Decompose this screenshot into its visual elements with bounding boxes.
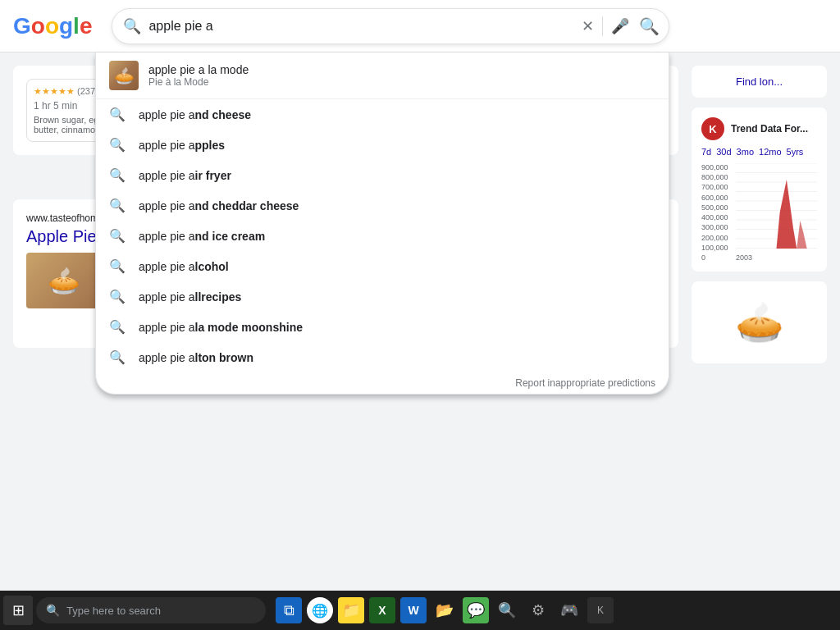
autocomplete-first-title: apple pie a la mode bbox=[148, 63, 249, 76]
y-label-8: 100,000 bbox=[701, 244, 736, 252]
y-label-9: 0 bbox=[701, 253, 736, 262]
trend-tab-12mo[interactable]: 12mo bbox=[759, 147, 782, 157]
taskbar-app-search[interactable]: 🔍 bbox=[494, 597, 520, 623]
trend-tab-30d[interactable]: 30d bbox=[716, 147, 731, 157]
find-long-box[interactable]: Find lon... bbox=[692, 66, 827, 98]
y-label-7: 200,000 bbox=[701, 234, 736, 242]
autocomplete-thumbnail bbox=[109, 61, 139, 90]
search-container: 🔍 ✕ 🎤 🔍 bbox=[112, 8, 669, 44]
autocomplete-text-2: apple pie air fryer bbox=[139, 169, 231, 182]
autocomplete-item-5[interactable]: 🔍 apple pie alcohol bbox=[96, 251, 669, 281]
search-icon: 🔍 bbox=[109, 349, 126, 365]
voice-button[interactable]: 🎤 bbox=[609, 16, 631, 37]
autocomplete-item-6[interactable]: 🔍 apple pie allrecipes bbox=[96, 281, 669, 312]
autocomplete-item-8[interactable]: 🔍 apple pie alton brown bbox=[96, 342, 669, 372]
taskbar-app-folder[interactable]: 📂 bbox=[431, 597, 458, 623]
taskbar-app-chrome[interactable]: 🌐 bbox=[307, 597, 333, 623]
taskbar-app-excel[interactable]: X bbox=[369, 597, 395, 623]
search-icon: 🔍 bbox=[109, 289, 126, 304]
y-label-5: 400,000 bbox=[701, 213, 736, 221]
y-label-2: 700,000 bbox=[701, 183, 736, 191]
y-label-3: 600,000 bbox=[701, 194, 736, 202]
chart-y-labels: 900,000 800,000 700,000 600,000 500,000 … bbox=[701, 163, 736, 262]
autocomplete-text-1: apple pie apples bbox=[139, 139, 225, 152]
y-label-6: 300,000 bbox=[701, 223, 736, 231]
autocomplete-item-1[interactable]: 🔍 apple pie apples bbox=[96, 130, 669, 160]
search-actions: ✕ 🎤 🔍 bbox=[580, 15, 661, 38]
y-label-0: 900,000 bbox=[701, 163, 736, 171]
logo-o1: o bbox=[31, 13, 45, 39]
logo-e: e bbox=[80, 13, 93, 39]
taskbar-app-word[interactable]: W bbox=[400, 597, 427, 623]
autocomplete-text-6: apple pie allrecipes bbox=[139, 290, 241, 304]
autocomplete-text-0: apple pie and cheese bbox=[139, 108, 251, 121]
trend-box: K Trend Data For... 7d 30d 3mo 12mo 5yrs… bbox=[692, 107, 827, 272]
search-icon: 🔍 bbox=[109, 167, 126, 183]
search-icon: 🔍 bbox=[109, 107, 126, 122]
y-label-1: 800,000 bbox=[701, 173, 736, 181]
taskbar-app-settings[interactable]: ⚙ bbox=[525, 597, 551, 623]
trend-tab-7d[interactable]: 7d bbox=[701, 147, 711, 157]
autocomplete-text-7: apple pie ala mode moonshine bbox=[139, 321, 303, 334]
logo-g: G bbox=[13, 13, 31, 39]
taskbar: ⊞ 🔍 Type here to search ⧉ 🌐 📁 X W 📂 💬 🔍 … bbox=[0, 591, 840, 630]
search-icon: 🔍 bbox=[109, 137, 126, 153]
autocomplete-item-4[interactable]: 🔍 apple pie and ice cream bbox=[96, 221, 669, 251]
autocomplete-item-7[interactable]: 🔍 apple pie ala mode moonshine bbox=[96, 312, 669, 342]
top-bar: Google 🔍 ✕ 🎤 🔍 bbox=[0, 0, 840, 52]
autocomplete-dropdown: apple pie a la mode Pie à la Mode 🔍 appl… bbox=[95, 52, 669, 395]
trend-chart: 900,000 800,000 700,000 600,000 500,000 … bbox=[701, 163, 817, 262]
taskbar-app-chat[interactable]: 💬 bbox=[463, 597, 489, 623]
svg-marker-11 bbox=[797, 221, 806, 249]
search-icon-left: 🔍 bbox=[123, 17, 141, 35]
autocomplete-text-3: apple pie and cheddar cheese bbox=[139, 199, 299, 212]
trend-tab-5yrs[interactable]: 5yrs bbox=[787, 147, 804, 157]
taskbar-start-button[interactable]: ⊞ bbox=[3, 596, 33, 625]
divider bbox=[602, 16, 603, 36]
right-panel: Find lon... K Trend Data For... 7d 30d 3… bbox=[692, 66, 827, 578]
logo-g2: g bbox=[59, 13, 73, 39]
autocomplete-first-subtitle: Pie à la Mode bbox=[148, 76, 249, 88]
chart-x-label: 2003 bbox=[736, 253, 752, 262]
pie-image-box: 🥧 bbox=[692, 281, 827, 363]
clear-button[interactable]: ✕ bbox=[580, 16, 596, 37]
autocomplete-item-2[interactable]: 🔍 apple pie air fryer bbox=[96, 160, 669, 190]
autocomplete-first-text: apple pie a la mode Pie à la Mode bbox=[148, 63, 249, 88]
autocomplete-text-8: apple pie alton brown bbox=[139, 351, 253, 364]
taskbar-search-bar[interactable]: 🔍 Type here to search bbox=[36, 597, 266, 623]
autocomplete-item-ala-mode[interactable]: apple pie a la mode Pie à la Mode bbox=[96, 52, 669, 99]
logo-o2: o bbox=[45, 13, 59, 39]
trend-header: K Trend Data For... bbox=[701, 117, 817, 140]
trend-avatar: K bbox=[701, 117, 724, 140]
trend-tabs: 7d 30d 3mo 12mo 5yrs bbox=[701, 147, 817, 157]
logo-l: l bbox=[73, 13, 80, 39]
search-icon: 🔍 bbox=[109, 198, 126, 213]
result-thumbnail: 🥧 bbox=[26, 253, 102, 308]
taskbar-app-widgets[interactable]: ⧉ bbox=[276, 597, 302, 623]
taskbar-apps: ⧉ 🌐 📁 X W 📂 💬 🔍 ⚙ 🎮 K bbox=[276, 597, 614, 623]
trend-title: Trend Data For... bbox=[731, 123, 808, 135]
taskbar-app-explorer[interactable]: 📁 bbox=[338, 597, 364, 623]
taskbar-app-game[interactable]: 🎮 bbox=[556, 597, 582, 623]
autocomplete-text-4: apple pie and ice cream bbox=[139, 230, 265, 243]
search-icon: 🔍 bbox=[109, 228, 126, 244]
google-logo: Google bbox=[13, 13, 92, 39]
y-label-4: 500,000 bbox=[701, 203, 736, 212]
chart-svg bbox=[736, 163, 817, 249]
search-icon: 🔍 bbox=[109, 258, 126, 274]
taskbar-search-text: Type here to search bbox=[66, 605, 161, 617]
taskbar-app-extra[interactable]: K bbox=[587, 597, 614, 623]
search-icon: 🔍 bbox=[109, 319, 126, 335]
svg-marker-10 bbox=[777, 180, 797, 249]
trend-tab-3mo[interactable]: 3mo bbox=[737, 147, 754, 157]
search-button[interactable]: 🔍 bbox=[637, 15, 661, 38]
taskbar-search-icon: 🔍 bbox=[46, 604, 60, 617]
autocomplete-item-3[interactable]: 🔍 apple pie and cheddar cheese bbox=[96, 190, 669, 221]
autocomplete-text-5: apple pie alcohol bbox=[139, 260, 229, 273]
autocomplete-item-0[interactable]: 🔍 apple pie and cheese bbox=[96, 99, 669, 130]
report-link[interactable]: Report inappropriate predictions bbox=[96, 372, 669, 394]
